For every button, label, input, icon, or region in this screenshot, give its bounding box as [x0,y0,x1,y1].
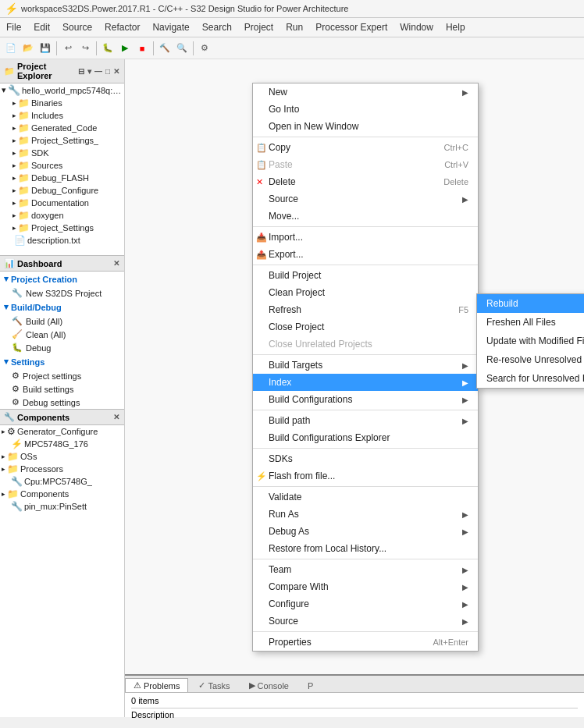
toolbar-btn-search[interactable]: 🔍 [174,41,190,56]
ctx-new[interactable]: New ▶ [253,83,478,101]
submenu-freshen[interactable]: Freshen All Files [477,313,584,332]
menu-refactor[interactable]: Refactor [98,20,146,35]
comp-cpu[interactable]: 🔧 Cpu:MPC5748G_ [0,475,124,488]
ctx-source2[interactable]: Source ▶ [253,613,478,630]
link-new-project[interactable]: 🔧 New S32DS Project [0,286,124,300]
menu-processor-expert[interactable]: Processor Expert [309,20,393,35]
toolbar-btn-undo[interactable]: ↩ [60,41,76,56]
comp-components[interactable]: ▸ 📁 Components [0,488,124,500]
tab-p[interactable]: P [299,679,322,692]
ctx-go-into[interactable]: Go Into [253,101,478,118]
ctx-close-project[interactable]: Close Project [253,318,478,336]
link-build-settings[interactable]: ⚙ Build settings [0,382,124,396]
ctx-copy[interactable]: 📋 Copy Ctrl+C [253,139,478,156]
tree-item-documentation[interactable]: ▸ 📁 Documentation [0,197,124,209]
comp-oss[interactable]: ▸ 📁 OSs [0,450,124,463]
debug-icon: 🐛 [12,343,23,353]
close-icon[interactable]: ✕ [112,66,120,76]
components-close-icon[interactable]: ✕ [112,412,120,422]
ctx-close-unrelated[interactable]: Close Unrelated Projects [253,336,478,353]
menu-run[interactable]: Run [280,20,309,35]
ctx-clean-project[interactable]: Clean Project [253,284,478,301]
tree-item-binaries[interactable]: ▸ 📁 Binaries [0,97,124,109]
tree-item-sources[interactable]: ▸ 📁 Sources [0,159,124,172]
toolbar-btn-build[interactable]: 🔨 [157,41,173,56]
ctx-export[interactable]: 📤 Export... [253,246,478,263]
ctx-team[interactable]: Team ▶ [253,561,478,578]
tab-console[interactable]: ▶ Console [240,678,297,692]
tree-item-project-settings[interactable]: ▸ 📁 Project_Settings_ [0,134,124,147]
maximize-icon[interactable]: □ [105,66,111,76]
submenu-search-unresolved[interactable]: Search for Unresolved Includes [477,369,584,388]
toolbar-btn-save[interactable]: 💾 [37,41,53,56]
comp-pin-mux[interactable]: 🔧 pin_mux:PinSett [0,500,124,513]
comp-mpc[interactable]: ⚡ MPC5748G_176 [0,438,124,450]
tree-item-debug-flash[interactable]: ▸ 📁 Debug_FLASH [0,172,124,184]
tree-item-includes[interactable]: ▸ 📁 Includes [0,109,124,122]
ctx-move[interactable]: Move... [253,208,478,225]
menu-file[interactable]: File [0,20,27,35]
submenu-rebuild[interactable]: Rebuild [477,294,584,313]
ctx-debug-as[interactable]: Debug As ▶ [253,523,478,540]
project-explorer-icon: 📁 [4,66,15,76]
ctx-import[interactable]: 📥 Import... [253,229,478,246]
menu-navigate[interactable]: Navigate [146,20,195,35]
ctx-flash-from-file[interactable]: ⚡ Flash from file... [253,467,478,485]
submenu-update-modified[interactable]: Update with Modified Files [477,332,584,350]
tree-item-description[interactable]: 📄 description.txt [0,234,124,247]
toolbar-btn-debug[interactable]: 🐛 [100,41,116,56]
ctx-build-configurations[interactable]: Build Configurations ▶ [253,391,478,408]
ctx-run-as[interactable]: Run As ▶ [253,506,478,523]
tab-problems-label: Problems [144,681,180,691]
menu-search[interactable]: Search [196,20,238,35]
toolbar-btn-settings[interactable]: ⚙ [197,41,212,56]
link-debug[interactable]: 🐛 Debug [0,341,124,354]
tree-item-project-settings2[interactable]: ▸ 📁 Project_Settings [0,222,124,234]
tab-problems[interactable]: ⚠ Problems [125,678,188,692]
menu-project[interactable]: Project [238,20,280,35]
toolbar-btn-run[interactable]: ▶ [117,41,133,56]
comp-generator[interactable]: ▸ ⚙ Generator_Configure [0,425,124,438]
tree-item-debug-configure[interactable]: ▸ 📁 Debug_Configure [0,184,124,197]
comp-processors[interactable]: ▸ 📁 Processors [0,463,124,475]
ctx-index[interactable]: Index ▶ [253,374,478,391]
ctx-delete[interactable]: ✕ Delete Delete [253,173,478,190]
ctx-validate[interactable]: Validate [253,488,478,506]
ctx-restore-history[interactable]: Restore from Local History... [253,540,478,557]
menu-edit[interactable]: Edit [27,20,56,35]
ctx-source[interactable]: Source ▶ [253,190,478,208]
ctx-sdks[interactable]: SDKs [253,450,478,467]
project-root[interactable]: ▾ 🔧 hello_world_mpc5748q: Debug_FLASH [0,83,124,97]
ctx-build-configs-explorer[interactable]: Build Configurations Explorer [253,429,478,446]
toolbar-btn-open[interactable]: 📂 [20,41,36,56]
toolbar-btn-new[interactable]: 📄 [3,41,19,56]
menu-source[interactable]: Source [56,20,98,35]
tree-item-sdk[interactable]: ▸ 📁 SDK [0,147,124,159]
menu-help[interactable]: Help [440,20,472,35]
toolbar-btn-redo[interactable]: ↪ [77,41,93,56]
ctx-refresh[interactable]: Refresh F5 [253,301,478,318]
tree-item-doxygen[interactable]: ▸ 📁 doxygen [0,209,124,222]
ctx-paste[interactable]: 📋 Paste Ctrl+V [253,156,478,173]
menu-window[interactable]: Window [393,20,440,35]
menu-icon[interactable]: ▾ [87,66,92,76]
collapse-all-icon[interactable]: ⊟ [77,66,85,76]
minimize-icon[interactable]: — [94,66,103,76]
submenu-resolve-includes[interactable]: Re-resolve Unresolved Includes [477,350,584,369]
project-settings-icon: ⚙ [12,371,20,381]
ctx-compare-with[interactable]: Compare With ▶ [253,578,478,595]
toolbar-btn-stop[interactable]: ■ [134,41,150,56]
ctx-open-new-window[interactable]: Open in New Window [253,118,478,135]
tree-item-generated[interactable]: ▸ 📁 Generated_Code [0,122,124,134]
ctx-build-project[interactable]: Build Project [253,267,478,284]
link-clean-all[interactable]: 🧹 Clean (All) [0,328,124,341]
link-build-all[interactable]: 🔨 Build (All) [0,314,124,328]
link-debug-settings[interactable]: ⚙ Debug settings [0,396,124,409]
link-project-settings[interactable]: ⚙ Project settings [0,369,124,382]
ctx-build-targets[interactable]: Build Targets ▶ [253,357,478,374]
ctx-build-path[interactable]: Build path ▶ [253,412,478,429]
ctx-configure[interactable]: Configure ▶ [253,595,478,613]
ctx-properties[interactable]: Properties Alt+Enter [253,634,478,651]
tab-tasks[interactable]: ✓ Tasks [190,678,238,692]
dashboard-close-icon[interactable]: ✕ [112,258,120,268]
